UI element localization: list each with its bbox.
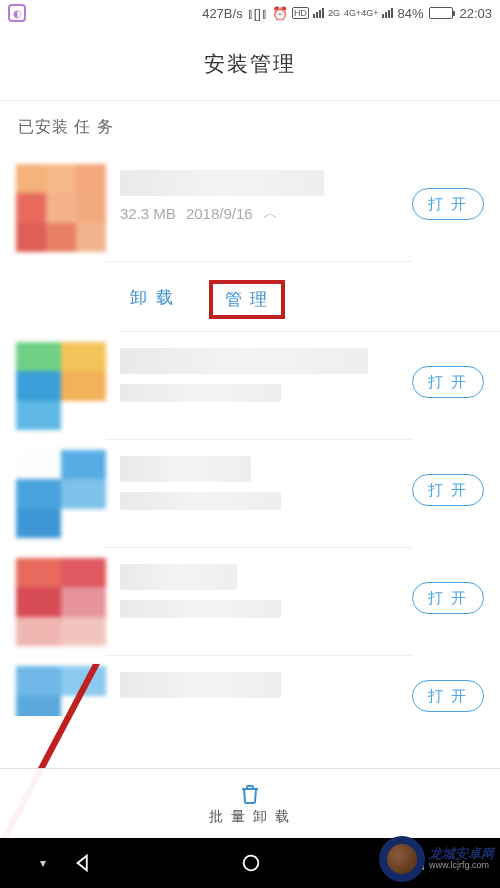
app-icon — [16, 164, 106, 252]
app-name — [120, 672, 281, 698]
battery-pct: 84% — [397, 6, 423, 21]
open-button[interactable]: 打 开 — [412, 188, 484, 220]
app-actions: 卸 载 管 理 — [0, 262, 500, 331]
app-name — [120, 456, 251, 482]
app-meta-blur — [120, 492, 281, 510]
open-button[interactable]: 打 开 — [412, 474, 484, 506]
app-row[interactable]: 32.3 MB 2018/9/16 ︿ 打 开 — [0, 154, 500, 262]
app-meta-blur — [120, 600, 281, 618]
android-status-bar: ◐ 427B/s ⫿[]⫿ ⏰ HD 2G 4G+4G+ 84% 22:03 — [0, 0, 500, 26]
section-installed-title: 已安装 任 务 — [0, 101, 500, 154]
app-meta: 32.3 MB 2018/9/16 ︿ — [120, 204, 412, 223]
app-icon — [16, 558, 106, 646]
app-date: 2018/9/16 — [186, 205, 253, 222]
highlight-annotation: 管 理 — [209, 280, 286, 319]
batch-uninstall-bar[interactable]: 批 量 卸 载 — [0, 768, 500, 838]
net-4g: 4G+4G+ — [344, 8, 379, 18]
status-indicators: 427B/s ⫿[]⫿ ⏰ HD 2G 4G+4G+ 84% 22:03 — [202, 6, 492, 21]
nav-expand-icon[interactable]: ▾ — [40, 856, 46, 870]
app-icon — [16, 666, 106, 716]
app-name — [120, 348, 368, 374]
net-speed: 427B/s — [202, 6, 242, 21]
watermark: 龙城安卓网 www.lcjrfg.com — [379, 836, 494, 882]
uninstall-button[interactable]: 卸 载 — [130, 286, 175, 313]
nav-back-icon[interactable] — [73, 852, 95, 874]
nav-home-icon[interactable] — [240, 852, 262, 874]
app-row[interactable]: 打 开 — [0, 548, 500, 656]
alarm-icon: ⏰ — [272, 6, 288, 21]
svg-point-2 — [244, 856, 259, 871]
vibrate-icon: ⫿[]⫿ — [247, 6, 268, 21]
app-size: 32.3 MB — [120, 205, 176, 222]
open-button[interactable]: 打 开 — [412, 582, 484, 614]
page-title: 安装管理 — [0, 26, 500, 101]
open-button[interactable]: 打 开 — [412, 680, 484, 712]
app-name — [120, 564, 237, 590]
gallery-icon: ◐ — [8, 4, 26, 22]
watermark-url: www.lcjrfg.com — [429, 861, 494, 871]
app-icon — [16, 342, 106, 430]
app-meta-blur — [120, 384, 281, 402]
hd-icon: HD — [292, 7, 309, 19]
watermark-logo-icon — [379, 836, 425, 882]
clock: 22:03 — [459, 6, 492, 21]
app-name — [120, 170, 324, 196]
battery-icon — [429, 7, 453, 19]
trash-icon — [238, 782, 262, 806]
chevron-up-icon[interactable]: ︿ — [263, 204, 278, 223]
batch-uninstall-label: 批 量 卸 载 — [209, 808, 291, 826]
signal-2g-icon — [313, 8, 324, 18]
net-2g: 2G — [328, 8, 340, 18]
manage-label: 管 理 — [225, 290, 270, 309]
app-row[interactable]: 打 开 — [0, 440, 500, 548]
app-icon — [16, 450, 106, 538]
manage-button[interactable]: 管 理 — [223, 286, 272, 313]
app-row[interactable]: 打 开 — [0, 656, 500, 716]
app-row[interactable]: 打 开 — [0, 332, 500, 440]
open-button[interactable]: 打 开 — [412, 366, 484, 398]
watermark-title: 龙城安卓网 — [429, 847, 494, 861]
signal-4g-icon — [382, 8, 393, 18]
